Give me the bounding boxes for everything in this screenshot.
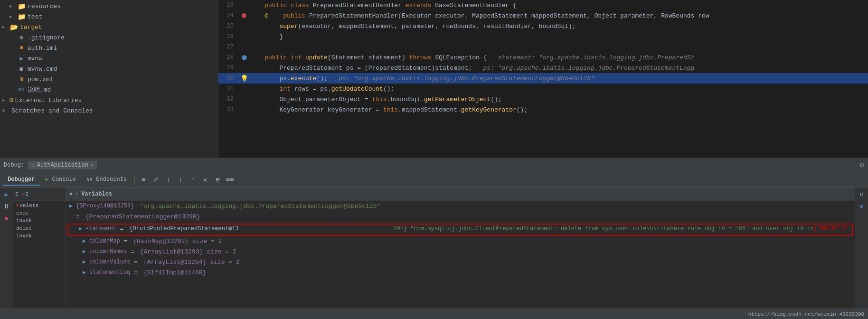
line-gutter: 💡 xyxy=(238,75,250,83)
line-number: 25 xyxy=(218,23,238,29)
line-content: public class PreparedStatementHandler ex… xyxy=(250,2,868,9)
toolbar-restore-button[interactable]: ⤢ xyxy=(150,174,161,186)
stack-frame-item[interactable]: invok xyxy=(13,217,65,225)
stop-button[interactable]: ■ xyxy=(1,213,12,224)
code-line-28: 28 ⬤ public int update(Statement stateme… xyxy=(218,52,868,63)
sidebar-item-target[interactable]: ▶ 📂 target xyxy=(0,22,218,32)
line-number: 29 xyxy=(218,65,238,71)
pause-button[interactable]: ⏸ xyxy=(1,201,12,212)
folder-icon: 📂 xyxy=(9,23,18,31)
line-content: Object parameterObject = this.boundSql.g… xyxy=(250,96,868,103)
tab-label: Endpoints xyxy=(96,176,127,183)
line-content: ps.execute(); ps: "org.apache.ibatis.log… xyxy=(250,75,868,82)
debug-content: ▶ ⏸ ■ S ≡2 ● delete exec invok xyxy=(0,188,868,309)
debug-label: Debug: xyxy=(4,162,24,169)
sidebar-item-authiml[interactable]: ■ auth.iml xyxy=(0,43,218,53)
session-tab[interactable]: ◎ AuthApplication ✕ xyxy=(28,161,97,169)
variable-row-statement[interactable]: ▶ statement = {DruidPooledPreparedStatem… xyxy=(68,225,852,235)
variable-row-statementlog[interactable]: ▶ statementLog = {Slf4lImpl@11460} xyxy=(66,268,855,279)
debug-panel: Debug: ◎ AuthApplication ✕ ⚙ Debugger ▶ … xyxy=(0,158,868,319)
frame-label: exec xyxy=(16,210,28,216)
stack-frame-item[interactable]: delet xyxy=(13,225,65,232)
variable-row-columnmap[interactable]: ▶ columnMap = {HashMap@13292} size = 2 xyxy=(66,237,855,247)
sidebar-item-pomxml[interactable]: m pom.xml xyxy=(0,74,218,84)
sidebar-item-scratches[interactable]: ◎ Scratches and Consoles xyxy=(0,105,218,116)
toolbar-stepout-button[interactable]: ↑ xyxy=(187,174,198,186)
sidebar-item-resources[interactable]: ▶ 📁 resources xyxy=(0,1,218,11)
arrow-icon: ◎ xyxy=(2,108,9,113)
tab-console[interactable]: ▶ Console xyxy=(41,174,81,186)
var-name: statementLog xyxy=(89,269,130,276)
frame-label: invok xyxy=(16,233,32,239)
stack-frame-item[interactable]: ● delete xyxy=(13,202,65,209)
var-name: {$Proxy140@13259} xyxy=(76,203,134,209)
code-line-31: 31 int rows = ps.getUpdateCount(); xyxy=(218,84,868,94)
frame-dot: ● xyxy=(16,203,19,208)
sidebar-item-label: .gitignore xyxy=(28,34,65,41)
line-content: public int update(Statement statement) t… xyxy=(250,54,868,61)
var-separator xyxy=(134,203,138,210)
toolbar-down-button[interactable]: ↓ xyxy=(175,174,186,186)
frame-label: invok xyxy=(16,218,32,224)
gear-button[interactable]: ⚙ xyxy=(859,160,864,170)
stack-s-label: S xyxy=(15,191,19,197)
stack-count: ≡2 xyxy=(22,191,28,197)
variable-row-proxy[interactable]: ▶ {$Proxy140@13259} "org.apache.ibatis.l… xyxy=(66,202,855,212)
variable-row-columnvalues[interactable]: ▶ columnValues = {ArrayList@13294} size … xyxy=(66,258,855,268)
var-value-highlight: ('56,57')" xyxy=(814,225,848,232)
sidebar-item-label: test xyxy=(28,13,42,20)
variable-row-equals[interactable]: = {PreparedStatementLogger@13290} xyxy=(66,212,855,223)
expand-arrow: ▶ xyxy=(83,248,89,254)
settings-button[interactable]: c xyxy=(857,189,867,200)
toolbar-run-cursor-button[interactable]: ✕ xyxy=(199,174,211,186)
line-gutter: ⬤ xyxy=(238,55,250,60)
variables-content: ▶ {$Proxy140@13259} "org.apache.ibatis.l… xyxy=(66,201,855,309)
stack-frame-item[interactable]: exec xyxy=(13,209,65,217)
code-line-32: 32 Object parameterObject = this.boundSq… xyxy=(218,94,868,104)
sidebar-item-readmemd[interactable]: MD 说明.md xyxy=(0,84,218,95)
tab-debugger[interactable]: Debugger xyxy=(3,174,40,186)
line-number: 32 xyxy=(218,96,238,103)
code-line-27: 27 xyxy=(218,42,868,52)
sidebar-item-label: 说明.md xyxy=(28,85,51,94)
sidebar-item-label: pom.xml xyxy=(28,76,54,83)
line-number: 23 xyxy=(218,2,238,9)
toolbar-settings2-button[interactable]: ≡≡ xyxy=(224,174,236,186)
tab-endpoints[interactable]: ∧∨ Endpoints xyxy=(82,174,132,186)
sidebar-item-test[interactable]: ▶ 📁 test xyxy=(0,11,218,22)
var-name: statement xyxy=(85,225,116,232)
tab-label: Console xyxy=(52,176,75,183)
line-content: @ public PreparedStatementHandler(Execut… xyxy=(250,12,868,19)
var-value: {Slf4lImpl@11460} xyxy=(143,269,851,276)
sidebar-item-mvnw[interactable]: ▶ mvnw xyxy=(0,53,218,64)
var-separator: = xyxy=(120,238,131,245)
variable-row-columnnames[interactable]: ▶ columnNames = {ArrayList@13293} size =… xyxy=(66,247,855,258)
breakpoint-marker xyxy=(242,13,246,18)
toolbar-up-button[interactable]: ↑ xyxy=(162,174,174,186)
file-icon: ▶ xyxy=(17,55,26,62)
endpoints-icon: ∧∨ xyxy=(86,177,93,182)
toolbar-evaluate-button[interactable]: ⊞ xyxy=(212,174,223,186)
resume-button[interactable]: ▶ xyxy=(1,189,12,200)
vars-filter-button[interactable]: ▼ xyxy=(69,191,73,197)
var-name: columnNames xyxy=(89,248,127,255)
stack-frame-item[interactable]: invok xyxy=(13,232,65,240)
library-icon: ⊞ xyxy=(9,96,13,104)
code-line-24: 24 @ public PreparedStatementHandler(Exe… xyxy=(218,10,868,21)
line-number: 33 xyxy=(218,106,238,113)
vars-add-button[interactable]: + xyxy=(75,191,79,197)
stack-frames-panel: S ≡2 ● delete exec invok delet invok xyxy=(13,188,66,309)
code-line-25: 25 super(executor, mappedStatement, para… xyxy=(218,21,868,31)
expand-arrow: ▶ xyxy=(79,225,85,232)
toolbar-filter-button[interactable]: ≡ xyxy=(138,174,149,186)
session-icon: ◎ xyxy=(32,162,35,168)
sidebar-item-mvnwcmd[interactable]: ▦ mvnw.cmd xyxy=(0,64,218,74)
iml-icon: ■ xyxy=(17,44,26,52)
sidebar-item-gitignore[interactable]: ⚙ .gitignore xyxy=(0,32,218,43)
var-separator: = xyxy=(130,259,141,266)
sidebar-item-external-libs[interactable]: ▶ ⊞ External Libraries xyxy=(0,95,218,105)
right-bar-button[interactable]: ⊞ xyxy=(857,201,867,212)
sidebar-item-label: Scratches and Consoles xyxy=(11,107,93,114)
close-session-button[interactable]: ✕ xyxy=(90,162,94,168)
line-content: int rows = ps.getUpdateCount(); xyxy=(250,85,868,93)
